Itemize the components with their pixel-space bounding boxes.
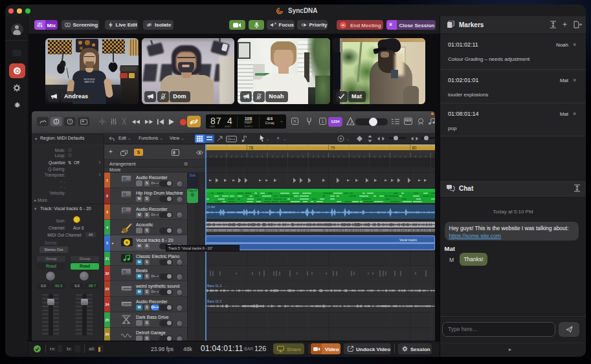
- svg-text:1: 1: [55, 119, 58, 123]
- svg-text:Bass 01.3 ◌◌: Bass 01.3 ◌◌: [207, 284, 227, 288]
- svg-text:ƒx ⅔×: ƒx ⅔×: [207, 206, 216, 209]
- svg-text:Bass 02.3 ◌◌: Bass 02.3 ◌◌: [207, 299, 227, 303]
- svg-text:Vocal tracks: Vocal tracks: [399, 238, 417, 242]
- svg-text:79: 79: [330, 145, 335, 150]
- svg-text:?: ?: [69, 120, 71, 123]
- svg-text:1: 1: [322, 119, 324, 123]
- svg-text:78: 78: [249, 145, 254, 150]
- svg-text:80: 80: [412, 145, 417, 150]
